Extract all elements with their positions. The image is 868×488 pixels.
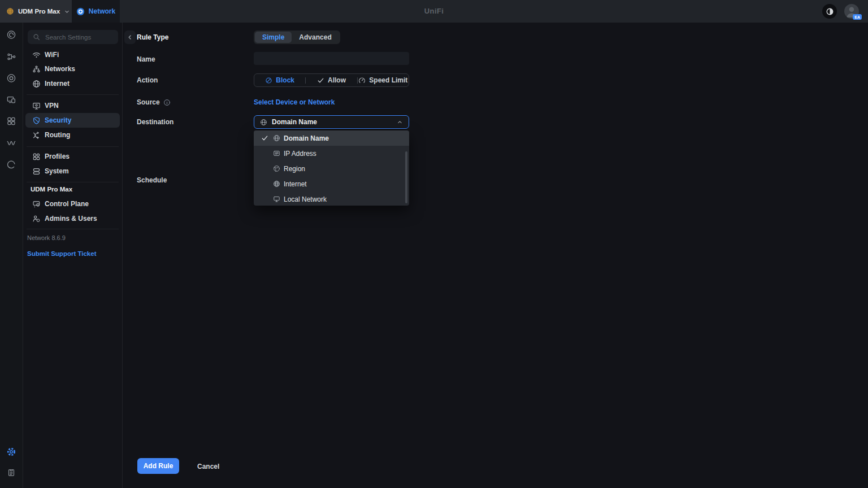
destination-select[interactable]: Domain Name <box>254 115 409 129</box>
name-input[interactable] <box>254 52 409 65</box>
system-icon <box>32 167 41 176</box>
topbar-right: EA <box>822 0 868 23</box>
avatar-badge: EA <box>853 14 862 20</box>
sidebar-item-label: Admins & Users <box>45 215 97 223</box>
select-device-or-network-link[interactable]: Select Device or Network <box>254 98 335 106</box>
globe-icon <box>32 80 41 88</box>
unifi-app: UDM Pro Max Network UniFi EA <box>0 0 868 488</box>
chevron-up-icon <box>397 119 403 125</box>
sidebar-item-wifi[interactable]: WiFi <box>25 47 120 62</box>
support-ring-icon[interactable] <box>7 160 16 170</box>
sidebar-item-label: Internet <box>45 80 70 88</box>
theme-toggle-icon[interactable] <box>822 4 837 19</box>
sidebar-item-system[interactable]: System <box>25 164 120 178</box>
security-shield-icon <box>32 116 41 125</box>
toggle-advanced[interactable]: Advanced <box>292 32 338 43</box>
sidebar-item-profiles[interactable]: Profiles <box>25 149 120 164</box>
action-block[interactable]: Block <box>254 74 305 86</box>
icon-rail <box>0 23 23 488</box>
sidebar-item-label: Control Plane <box>45 200 89 208</box>
ip-address-icon <box>272 150 281 157</box>
check-icon <box>317 77 324 84</box>
device-name: UDM Pro Max <box>18 8 60 15</box>
divider <box>27 94 119 95</box>
routing-icon <box>32 131 41 140</box>
wifi-icon <box>32 51 41 59</box>
dropdown-option-domain-name[interactable]: Domain Name <box>254 130 409 146</box>
dashboard-icon[interactable] <box>7 30 16 40</box>
devices-icon[interactable] <box>7 95 16 104</box>
admins-users-icon <box>32 215 41 223</box>
sidebar-item-label: Security <box>45 116 71 124</box>
destination-value: Domain Name <box>272 118 317 126</box>
device-section-title: UDM Pro Max <box>31 186 72 193</box>
settings-sidebar: WiFi Networks Internet VPN <box>23 23 123 488</box>
sidebar-item-label: System <box>45 167 69 175</box>
divider <box>27 146 119 147</box>
source-label: Source <box>137 98 171 106</box>
system-log-icon[interactable] <box>7 468 16 477</box>
check-icon <box>261 134 270 142</box>
search-icon <box>33 33 40 41</box>
chevron-down-icon <box>64 8 70 15</box>
insights-icon[interactable] <box>7 138 16 148</box>
action-segmented-control: Block Allow Speed Limit <box>254 73 409 87</box>
cancel-button[interactable]: Cancel <box>194 458 223 474</box>
dropdown-option-internet[interactable]: Internet <box>254 176 409 191</box>
app-version: Network 8.6.9 <box>27 234 66 241</box>
sidebar-item-internet[interactable]: Internet <box>25 76 120 91</box>
speed-gauge-icon <box>358 77 366 84</box>
sidebar-item-label: Networks <box>45 65 75 73</box>
submit-support-ticket-link[interactable]: Submit Support Ticket <box>27 250 96 257</box>
rule-type-toggle: Simple Advanced <box>254 30 340 44</box>
search-input[interactable] <box>44 33 113 41</box>
sidebar-item-vpn[interactable]: VPN <box>25 98 120 113</box>
divider <box>27 229 119 229</box>
toggle-simple[interactable]: Simple <box>255 32 292 43</box>
action-label: Action <box>137 76 158 84</box>
search-box[interactable] <box>28 30 118 44</box>
device-globe-icon <box>6 7 14 15</box>
topology-icon[interactable] <box>7 52 16 62</box>
block-icon <box>265 77 272 84</box>
rule-type-label: Rule Type <box>137 33 168 41</box>
sidebar-item-networks[interactable]: Networks <box>25 62 120 76</box>
destination-label: Destination <box>137 118 173 126</box>
device-switcher[interactable]: UDM Pro Max <box>0 0 72 23</box>
sidebar-item-label: WiFi <box>45 51 59 59</box>
tab-network-label: Network <box>89 7 115 15</box>
topbar: UDM Pro Max Network UniFi EA <box>0 0 868 23</box>
radios-icon[interactable] <box>7 73 16 83</box>
dropdown-option-ip-address[interactable]: IP Address <box>254 146 409 161</box>
sidebar-item-label: VPN <box>45 102 59 110</box>
vpn-icon <box>32 102 41 110</box>
add-rule-button[interactable]: Add Rule <box>137 458 179 474</box>
info-icon[interactable] <box>163 99 171 106</box>
shell: WiFi Networks Internet VPN <box>0 23 868 488</box>
profiles-icon <box>32 152 41 161</box>
network-app-icon <box>76 7 85 16</box>
name-label: Name <box>137 55 155 63</box>
avatar[interactable]: EA <box>844 4 859 19</box>
tab-network[interactable]: Network <box>72 0 120 23</box>
sidebar-item-security[interactable]: Security <box>25 113 120 128</box>
action-allow[interactable]: Allow <box>306 74 357 86</box>
dropdown-scrollbar[interactable] <box>405 151 407 203</box>
sidebar-item-admins-users[interactable]: Admins & Users <box>25 211 120 226</box>
settings-gear-icon[interactable] <box>6 447 16 457</box>
clients-icon[interactable] <box>7 116 16 126</box>
sidebar-item-routing[interactable]: Routing <box>25 128 120 142</box>
dropdown-option-region[interactable]: Region <box>254 161 409 176</box>
page-title: UniFi <box>0 0 868 23</box>
destination-dropdown: Domain Name IP Address Region <box>254 130 409 206</box>
sidebar-item-control-plane[interactable]: Control Plane <box>25 197 120 211</box>
dropdown-option-local-network[interactable]: Local Network <box>254 191 409 206</box>
back-button[interactable] <box>124 30 136 44</box>
sidebar-item-label: Profiles <box>45 152 70 160</box>
action-speed-limit[interactable]: Speed Limit <box>358 74 409 86</box>
control-plane-icon <box>32 200 41 208</box>
globe-icon <box>260 119 267 126</box>
local-network-icon <box>272 195 281 203</box>
internet-globe-icon <box>272 180 281 188</box>
schedule-label: Schedule <box>137 176 167 184</box>
